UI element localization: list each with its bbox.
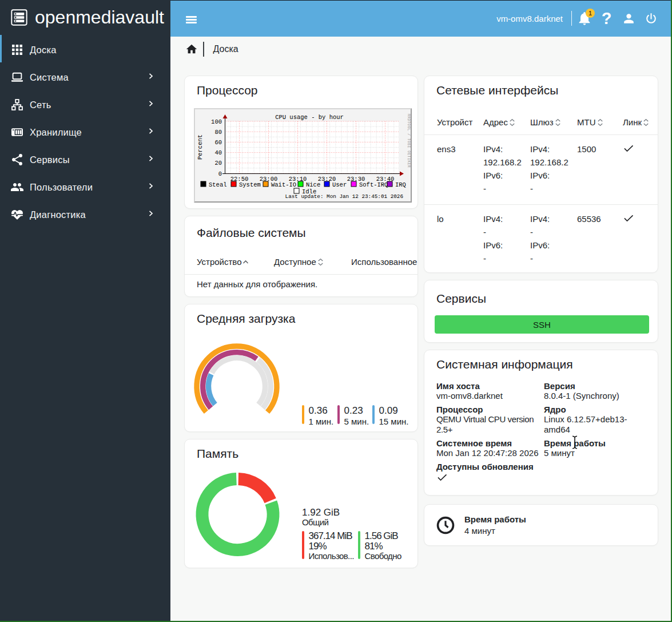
svg-text:CPU usage - by hour: CPU usage - by hour xyxy=(275,114,344,121)
svg-text:40: 40 xyxy=(214,149,222,156)
svg-text:IRQ: IRQ xyxy=(395,181,406,188)
svg-text:Nice: Nice xyxy=(306,181,320,188)
svg-text:Steal: Steal xyxy=(209,181,227,188)
svg-text:80: 80 xyxy=(214,129,222,136)
svg-text:RRDTOOL / TOBI OETIKER: RRDTOOL / TOBI OETIKER xyxy=(407,114,411,168)
svg-text:User: User xyxy=(332,181,347,188)
svg-text:100: 100 xyxy=(211,118,222,125)
svg-text:Percent: Percent xyxy=(197,134,204,160)
svg-text:Soft-IRQ: Soft-IRQ xyxy=(359,181,388,188)
svg-text:20: 20 xyxy=(214,160,222,167)
svg-text:System: System xyxy=(239,181,261,188)
svg-text:0: 0 xyxy=(218,171,222,177)
svg-text:Wait-IO: Wait-IO xyxy=(271,181,296,188)
svg-text:60: 60 xyxy=(214,139,222,146)
svg-text:Last update: Mon Jan 12 23:45:: Last update: Mon Jan 12 23:45:01 2026 xyxy=(285,193,403,200)
